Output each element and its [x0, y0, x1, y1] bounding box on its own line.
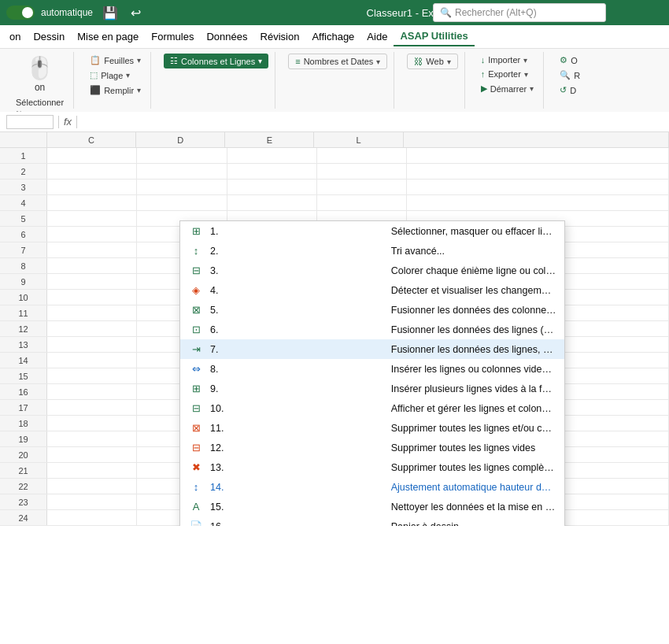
ribbon-btn-plage[interactable]: ⬚ Plage ▾	[87, 68, 144, 82]
cell[interactable]	[227, 148, 317, 163]
cell[interactable]	[47, 258, 137, 273]
cell[interactable]	[47, 353, 137, 368]
menu-item-donnees[interactable]: Données	[200, 28, 253, 46]
cell[interactable]	[47, 479, 137, 494]
ribbon-btn-importer[interactable]: ↓ Importer ▾	[478, 54, 537, 66]
cell[interactable]	[47, 242, 137, 257]
dropdown-item-12[interactable]: ⊟ 12. Supprimer toutes les lignes vides	[180, 438, 564, 457]
ribbon-btn-feuilles[interactable]: 📋 Feuilles ▾	[87, 54, 144, 67]
dropdown-item-15[interactable]: A 15. Nettoyer les données et la mise en…	[180, 497, 564, 516]
cell[interactable]	[317, 164, 407, 179]
item12-text: 12.	[210, 442, 375, 453]
menu-item-revision[interactable]: Révision	[254, 28, 306, 46]
cell[interactable]	[47, 494, 137, 509]
dropdown-item-11[interactable]: ⊠ 11. Supprimer toutes les lignes et/ou …	[180, 418, 564, 438]
dropdown-item-5[interactable]: ⊠ 5. Fusionner les données des colonnes …	[180, 300, 564, 320]
ribbon-btn-nombres-dates[interactable]: ≡ Nombres et Dates ▾	[288, 54, 387, 69]
item8-text: 8.	[210, 364, 375, 375]
cell[interactable]	[137, 180, 227, 194]
item7-icon: ⇥	[188, 343, 204, 355]
cell[interactable]	[47, 321, 137, 336]
item10-label: Afficher et gérer les lignes et colonnes…	[391, 403, 556, 414]
cell[interactable]	[227, 180, 317, 194]
cell[interactable]	[47, 290, 137, 305]
cell[interactable]	[47, 400, 137, 415]
item9-icon: ⊞	[188, 383, 204, 394]
cell[interactable]	[47, 384, 137, 399]
formulabar: fx	[0, 112, 669, 132]
col-header-c[interactable]: C	[47, 132, 136, 147]
ribbon-btn-demarrer[interactable]: ▶ Démarrer ▾	[478, 82, 537, 95]
col-header-e[interactable]: E	[225, 132, 314, 147]
cell[interactable]	[227, 164, 317, 179]
cell[interactable]	[47, 164, 137, 179]
col-header-d[interactable]: D	[136, 132, 225, 147]
ribbon-btn-settings[interactable]: ⚙ O	[556, 54, 583, 67]
dropdown-item-4[interactable]: ◈ 4. Détecter et visualiser les changeme…	[180, 280, 564, 300]
undo-icon[interactable]: ↩	[128, 6, 144, 20]
cell[interactable]	[47, 211, 137, 226]
cell[interactable]	[47, 337, 137, 352]
menu-item-formules[interactable]: Formules	[145, 28, 200, 46]
cell[interactable]	[407, 180, 669, 194]
ribbon-btn-search2[interactable]: 🔍 R	[556, 68, 583, 82]
dropdown-item-13[interactable]: ✖ 13. Supprimer toutes les lignes complè…	[180, 457, 564, 477]
titlebar-toggle[interactable]	[6, 6, 35, 20]
dropdown-item-7[interactable]: ⇥ 7. Fusionner les données des lignes, s…	[180, 339, 564, 359]
dropdown-item-8[interactable]: ⇔ 8. Insérer les lignes ou colonnes vide…	[180, 359, 564, 379]
cell[interactable]	[47, 463, 137, 478]
cell[interactable]	[137, 195, 227, 210]
name-box[interactable]	[6, 115, 54, 129]
cell[interactable]	[407, 148, 669, 163]
ribbon-group-web: ⛓ Web ▾	[401, 52, 464, 109]
cell[interactable]	[407, 164, 669, 179]
dropdown-item-6[interactable]: ⊡ 6. Fusionner les données des lignes (c…	[180, 320, 564, 339]
cell[interactable]	[227, 195, 317, 210]
menu-item-mise-en-page[interactable]: Mise en page	[71, 28, 145, 46]
item1-text: 1.	[210, 226, 375, 237]
cell[interactable]	[47, 305, 137, 320]
dropdown-item-1[interactable]: ⊞ 1. Sélectionner, masquer ou effacer li…	[180, 221, 564, 241]
dropdown-item-14[interactable]: ↕ 14. Ajustement automatique hauteur de …	[180, 477, 564, 497]
cell[interactable]	[137, 148, 227, 163]
ribbon-btn-web[interactable]: ⛓ Web ▾	[407, 54, 457, 69]
cell[interactable]	[47, 431, 137, 446]
cell[interactable]	[317, 180, 407, 194]
row-num: 15	[0, 368, 47, 383]
cell[interactable]	[47, 180, 137, 194]
menu-item-on[interactable]: on	[3, 28, 27, 46]
ribbon-btn-selectionner[interactable]: Sélectionner	[13, 96, 67, 109]
row-num: 9	[0, 274, 47, 289]
menu-item-asap[interactable]: ASAP Utilities	[394, 27, 474, 46]
cell[interactable]	[47, 148, 137, 163]
ribbon-btn-remplir[interactable]: ⬛ Remplir ▾	[87, 83, 144, 97]
cell[interactable]	[317, 195, 407, 210]
cell[interactable]	[47, 510, 137, 525]
cell[interactable]	[407, 195, 669, 210]
menu-item-aide[interactable]: Aide	[360, 28, 394, 46]
col-header-l[interactable]: L	[314, 132, 403, 147]
cell[interactable]	[317, 148, 407, 163]
menu-item-affichage[interactable]: Affichage	[305, 28, 360, 46]
ribbon-btn-refresh[interactable]: ↺ D	[556, 83, 583, 97]
row-num: 5	[0, 211, 47, 226]
ribbon-group-colonnes-lignes: ☷ Colonnes et Lignes ▾	[157, 52, 275, 109]
dropdown-item-3[interactable]: ⊟ 3. Colorer chaque énième ligne ou colo…	[180, 261, 564, 280]
dropdown-item-16[interactable]: 📄 16. Papier à dessin...	[180, 516, 564, 526]
cell[interactable]	[47, 274, 137, 289]
dropdown-item-9[interactable]: ⊞ 9. Insérer plusieurs lignes vides à la…	[180, 379, 564, 398]
save-icon[interactable]: 💾	[99, 6, 121, 20]
dropdown-item-2[interactable]: ↕ 2. Tri avancé...	[180, 241, 564, 261]
search-box[interactable]: 🔍 Rechercher (Alt+Q)	[433, 3, 606, 22]
cell[interactable]	[137, 164, 227, 179]
cell[interactable]	[47, 447, 137, 462]
menu-item-dessin[interactable]: Dessin	[27, 28, 71, 46]
cell[interactable]	[47, 368, 137, 383]
dropdown-item-10[interactable]: ⊟ 10. Afficher et gérer les lignes et co…	[180, 398, 564, 418]
ribbon-btn-colonnes-lignes[interactable]: ☷ Colonnes et Lignes ▾	[164, 54, 268, 68]
ribbon-btn-exporter[interactable]: ↑ Exporter ▾	[478, 68, 537, 80]
ribbon-btn-on[interactable]: 🖱️ on	[13, 54, 67, 94]
cell[interactable]	[47, 195, 137, 210]
cell[interactable]	[47, 227, 137, 242]
cell[interactable]	[47, 416, 137, 431]
